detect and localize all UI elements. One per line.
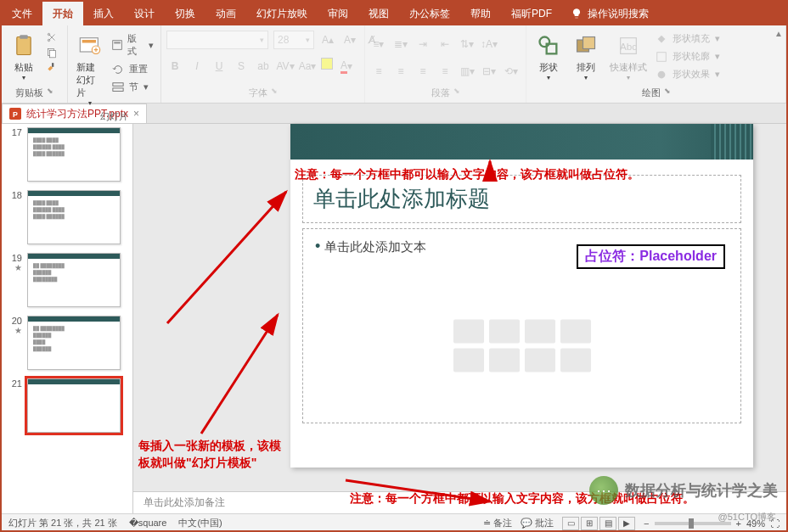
numbering-button[interactable]: ≣▾ xyxy=(392,36,409,53)
underline-button[interactable]: U xyxy=(211,58,228,75)
strike-button[interactable]: S xyxy=(233,58,250,75)
shape-outline-button[interactable]: 形状轮廓▾ xyxy=(654,48,722,64)
thumbnail[interactable]: ██ ████████████████████████ xyxy=(27,316,121,370)
thumbnail[interactable]: ████ ██████████ ████████ ██████ xyxy=(27,127,121,182)
italic-button[interactable]: I xyxy=(189,58,205,75)
tab-view[interactable]: 视图 xyxy=(358,2,399,25)
reading-view-button[interactable]: ▤ xyxy=(599,517,616,530)
group-paragraph-label: 段落⬊ xyxy=(370,85,521,101)
justify-button[interactable]: ≡ xyxy=(436,63,453,80)
columns-button[interactable]: ▥▾ xyxy=(459,63,476,80)
lightbulb-icon xyxy=(571,8,583,20)
align-left-button[interactable]: ≡ xyxy=(370,63,387,80)
section-icon xyxy=(112,81,124,93)
group-clipboard-label: 剪贴板⬊ xyxy=(7,85,62,101)
tab-insert[interactable]: 插入 xyxy=(83,2,124,25)
layout-button[interactable]: 版式▾ xyxy=(110,31,155,59)
thumbnail[interactable]: ████ ██████████ ████████ ██████ xyxy=(27,190,121,244)
font-size-select[interactable]: 28▾ xyxy=(273,31,314,49)
status-bar: 幻灯片 第 21 张，共 21 张 �square 中文(中国) ≐ 备注 💬 … xyxy=(2,513,786,532)
tab-review[interactable]: 审阅 xyxy=(318,2,358,25)
svg-line-26 xyxy=(201,315,278,434)
notes-toggle[interactable]: ≐ 备注 xyxy=(483,517,512,529)
content-icon-grid[interactable] xyxy=(453,320,591,372)
thumbnail-panel[interactable]: 17████ ██████████ ████████ ██████ 18████… xyxy=(2,124,133,513)
font-family-select[interactable]: ▾ xyxy=(166,31,268,49)
svg-rect-0 xyxy=(17,37,31,55)
quick-styles-icon: Abc xyxy=(615,32,642,59)
line-spacing-button[interactable]: ⇅▾ xyxy=(459,36,476,53)
language-status[interactable]: 中文(中国) xyxy=(178,517,222,529)
tab-help[interactable]: 帮助 xyxy=(460,2,501,25)
align-center-button[interactable]: ≡ xyxy=(392,63,409,80)
tell-me-search[interactable]: 操作说明搜索 xyxy=(562,2,657,25)
copy-button[interactable] xyxy=(44,46,59,59)
cut-button[interactable] xyxy=(44,31,59,44)
insert-online-picture-icon[interactable] xyxy=(489,349,520,372)
case-button[interactable]: Aa▾ xyxy=(299,58,316,75)
grow-font-button[interactable]: A▴ xyxy=(319,31,336,48)
shadow-button[interactable]: ab xyxy=(255,58,272,75)
bullets-button[interactable]: ≡▾ xyxy=(370,36,387,53)
insert-picture-icon[interactable] xyxy=(453,349,484,372)
insert-3d-icon[interactable] xyxy=(560,320,591,344)
shapes-button[interactable]: 形状▾ xyxy=(532,31,566,83)
align-right-button[interactable]: ≡ xyxy=(414,63,431,80)
tab-file[interactable]: 文件 xyxy=(2,2,42,25)
shrink-font-button[interactable]: A▾ xyxy=(341,31,358,48)
format-painter-button[interactable] xyxy=(44,61,59,75)
indent-inc-button[interactable]: ⇥ xyxy=(414,36,431,53)
zoom-out-button[interactable]: − xyxy=(644,518,649,529)
text-direction-button[interactable]: ↕A▾ xyxy=(481,36,498,53)
tab-office[interactable]: 办公标签 xyxy=(399,2,460,25)
highlight-button[interactable] xyxy=(321,58,333,70)
indent-dec-button[interactable]: ⇤ xyxy=(436,36,453,53)
slide-editor: 单击此处添加标题 单击此处添加文本 占位符：Placeholder 注意：每一个… xyxy=(133,124,786,513)
thumbnail-selected[interactable] xyxy=(27,378,121,433)
normal-view-button[interactable]: ▭ xyxy=(562,517,579,530)
arrange-button[interactable]: 排列▾ xyxy=(569,31,603,83)
font-color-button[interactable]: A▾ xyxy=(338,58,355,75)
comments-toggle[interactable]: 💬 批注 xyxy=(521,517,554,529)
section-button[interactable]: 节▾ xyxy=(110,79,155,95)
svg-rect-17 xyxy=(583,37,595,49)
ribbon: ▲ 粘贴▾ 剪贴板⬊ 新建 幻灯片▾ 版式▾ 重置 节▾ xyxy=(2,25,786,104)
spacing-button[interactable]: AV▾ xyxy=(277,58,294,75)
tab-home[interactable]: 开始 xyxy=(42,2,83,25)
body-placeholder[interactable]: 单击此处添加文本 占位符：Placeholder xyxy=(302,228,741,423)
bold-button[interactable]: B xyxy=(166,58,183,75)
slideshow-view-button[interactable]: ▶ xyxy=(618,517,635,530)
group-drawing-label: 绘图⬊ xyxy=(532,85,780,101)
tab-slideshow[interactable]: 幻灯片放映 xyxy=(246,2,318,25)
thumbnail[interactable]: ██ ██████████████████████ xyxy=(27,253,121,307)
insert-icon-icon[interactable] xyxy=(560,349,591,372)
shape-effects-button[interactable]: 形状效果▾ xyxy=(654,66,722,82)
insert-chart-icon[interactable] xyxy=(489,320,520,344)
tab-animation[interactable]: 动画 xyxy=(205,2,246,25)
tab-design[interactable]: 设计 xyxy=(124,2,165,25)
accessibility-icon[interactable]: �square xyxy=(129,518,167,529)
sorter-view-button[interactable]: ⊞ xyxy=(581,517,598,530)
svg-rect-1 xyxy=(20,35,27,39)
svg-text:Abc: Abc xyxy=(620,41,637,52)
annotation-left: 每插入一张新的模板，该模板就叫做"幻灯片模板" xyxy=(138,438,287,471)
svg-rect-5 xyxy=(50,51,56,58)
new-slide-icon xyxy=(76,32,104,59)
quick-styles-button[interactable]: Abc 快速样式▾ xyxy=(606,31,650,83)
brush-icon xyxy=(46,62,58,74)
shape-fill-button[interactable]: 形状填充▾ xyxy=(654,31,722,47)
collapse-ribbon-icon[interactable]: ▲ xyxy=(774,29,783,38)
align-text-button[interactable]: ⊟▾ xyxy=(481,63,498,80)
tab-transition[interactable]: 切换 xyxy=(165,2,205,25)
scissors-icon xyxy=(46,31,58,43)
insert-table-icon[interactable] xyxy=(453,320,484,344)
tab-foxit[interactable]: 福昕PDF xyxy=(501,2,562,25)
reset-button[interactable]: 重置 xyxy=(110,61,155,77)
insert-smartart-icon[interactable] xyxy=(525,320,555,344)
reset-icon xyxy=(112,64,124,76)
paste-button[interactable]: 粘贴▾ xyxy=(7,31,41,83)
new-slide-button[interactable]: 新建 幻灯片▾ xyxy=(73,31,107,109)
placeholder-callout-label: 占位符：Placeholder xyxy=(577,244,725,269)
smart-art-button[interactable]: ⟲▾ xyxy=(503,63,520,80)
insert-video-icon[interactable] xyxy=(525,349,555,372)
